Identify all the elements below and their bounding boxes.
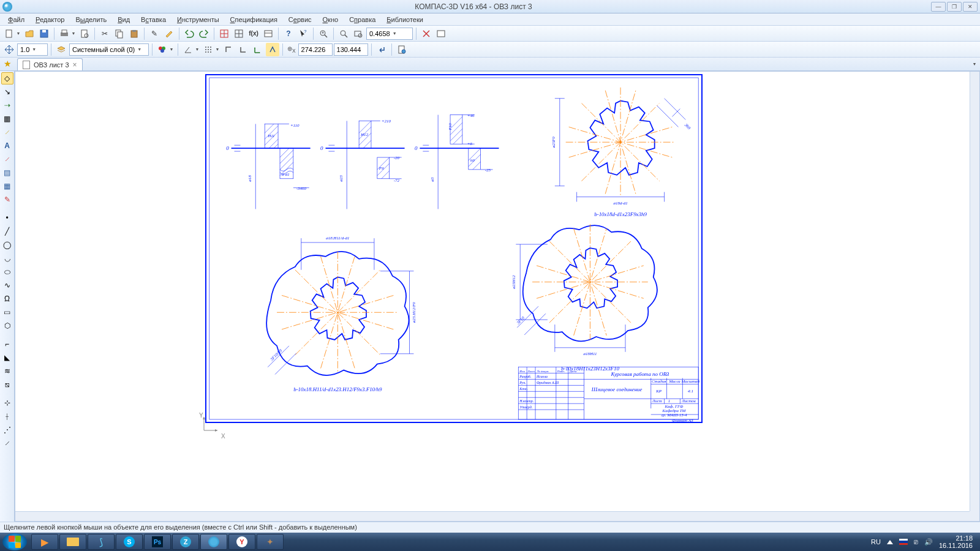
menu-window[interactable]: Окно bbox=[318, 15, 343, 24]
save-button[interactable] bbox=[37, 27, 51, 40]
menu-libs[interactable]: Библиотеки bbox=[382, 15, 428, 24]
scrollbar-horizontal[interactable] bbox=[15, 511, 970, 521]
menu-help[interactable]: Справка bbox=[345, 15, 380, 24]
tab-document[interactable]: ОВЗ лист 3 × bbox=[17, 58, 83, 70]
tool-offset[interactable]: ≋ bbox=[1, 365, 13, 377]
cut-button[interactable]: ✂ bbox=[98, 27, 111, 40]
enter-button[interactable] bbox=[375, 43, 388, 56]
tool-polygon[interactable]: ⬡ bbox=[1, 320, 13, 332]
close-button[interactable]: ✕ bbox=[963, 2, 978, 12]
tray-volume-icon[interactable]: 🔊 bbox=[924, 538, 933, 546]
zoom-fit-button[interactable] bbox=[337, 27, 350, 40]
tool-point[interactable]: ↘ bbox=[1, 86, 13, 98]
tool-aux2[interactable]: ⟊ bbox=[1, 410, 13, 422]
zoom-window-button[interactable] bbox=[352, 27, 365, 40]
tool-bezier[interactable]: Ω bbox=[1, 293, 13, 305]
help-icon[interactable]: ? bbox=[282, 27, 295, 40]
tool-rough[interactable]: ⟋ bbox=[1, 153, 13, 165]
tool-spline[interactable]: ∿ bbox=[1, 279, 13, 291]
task-explorer[interactable] bbox=[59, 534, 86, 550]
layers-window-button[interactable] bbox=[434, 27, 448, 40]
ortho-button[interactable] bbox=[222, 43, 235, 56]
grid-dots-button[interactable] bbox=[202, 43, 215, 56]
style-button[interactable]: ✎ bbox=[148, 27, 161, 40]
scrollbar-vertical[interactable] bbox=[970, 72, 979, 511]
menu-spec[interactable]: Спецификация bbox=[226, 15, 282, 24]
paste-button[interactable] bbox=[127, 27, 141, 40]
menu-view[interactable]: Вид bbox=[113, 15, 134, 24]
coord-x-input[interactable] bbox=[298, 43, 333, 56]
tool-fillet[interactable]: ⌐ bbox=[1, 338, 13, 350]
tool-text[interactable]: A bbox=[1, 140, 13, 152]
tool-aux4[interactable]: ⟋ bbox=[1, 437, 13, 449]
tray-overflow-icon[interactable] bbox=[887, 540, 893, 544]
tool-aux3[interactable]: ⋰ bbox=[1, 424, 13, 436]
task-wmp[interactable]: ▶ bbox=[31, 534, 58, 550]
tool-hatch2[interactable]: ⧅ bbox=[1, 378, 13, 391]
menu-service[interactable]: Сервис bbox=[284, 15, 316, 24]
task-kompas[interactable] bbox=[200, 534, 227, 550]
vars-button[interactable] bbox=[262, 27, 275, 40]
tool-rect[interactable]: ▭ bbox=[1, 306, 13, 318]
tray-lang[interactable]: RU bbox=[871, 538, 881, 545]
grid-button[interactable] bbox=[232, 27, 246, 40]
tool-spec[interactable]: ▦ bbox=[1, 180, 13, 192]
tool-ellipse[interactable]: ⬭ bbox=[1, 266, 13, 278]
print-dropdown[interactable]: ▼ bbox=[70, 27, 77, 40]
tool-aux1[interactable]: ⊹ bbox=[1, 397, 13, 409]
tray-network-icon[interactable]: ⎚ bbox=[914, 538, 918, 545]
tool-arc[interactable]: ◡ bbox=[1, 252, 13, 264]
coord-y-input[interactable] bbox=[334, 43, 368, 56]
ortho2-button[interactable] bbox=[236, 43, 250, 56]
tool-dimension[interactable]: ⟋ bbox=[1, 126, 13, 138]
minimize-button[interactable]: — bbox=[931, 2, 946, 12]
start-button[interactable] bbox=[2, 533, 27, 550]
tool-line[interactable]: ⇢ bbox=[1, 99, 13, 111]
menu-edit[interactable]: Редактор bbox=[31, 15, 69, 24]
tool-edit[interactable]: ✎ bbox=[1, 193, 13, 206]
copy-props-button[interactable] bbox=[162, 27, 176, 40]
angle-button[interactable] bbox=[181, 43, 195, 56]
tool-circle[interactable]: ◯ bbox=[1, 239, 13, 251]
open-button[interactable] bbox=[23, 27, 36, 40]
new-dropdown[interactable]: ▼ bbox=[15, 27, 21, 40]
tool-geometry[interactable]: ◇ bbox=[1, 72, 13, 84]
task-skype[interactable]: S bbox=[116, 534, 143, 550]
grid-red-button[interactable] bbox=[217, 27, 231, 40]
tab-close-icon[interactable]: × bbox=[73, 61, 77, 69]
undo-button[interactable] bbox=[183, 27, 196, 40]
color-dropdown[interactable]: ▼ bbox=[168, 43, 175, 56]
redo-button[interactable] bbox=[197, 27, 211, 40]
fx-button[interactable]: f(x) bbox=[247, 27, 260, 40]
new-button[interactable] bbox=[2, 27, 16, 40]
favorites-icon[interactable]: ★ bbox=[4, 59, 13, 69]
tool-segment[interactable]: ╱ bbox=[1, 225, 13, 238]
color-button[interactable] bbox=[156, 43, 169, 56]
tabs-menu[interactable]: ▼ bbox=[971, 57, 978, 70]
menu-tools[interactable]: Инструменты bbox=[173, 15, 224, 24]
whats-this-button[interactable]: ? bbox=[296, 27, 310, 40]
menu-insert[interactable]: Вставка bbox=[137, 15, 170, 24]
menu-select[interactable]: Выделить bbox=[71, 15, 111, 24]
task-app2[interactable]: Z bbox=[172, 534, 199, 550]
zoom-field[interactable]: 0.4658▼ bbox=[366, 28, 413, 40]
layer-icon[interactable] bbox=[55, 43, 68, 56]
menu-file[interactable]: Файл bbox=[4, 15, 29, 24]
maximize-button[interactable]: ❐ bbox=[947, 2, 962, 12]
local-cs-button[interactable] bbox=[251, 43, 265, 56]
tray-flag-icon[interactable] bbox=[899, 539, 908, 545]
tray-clock[interactable]: 21:18 16.11.2016 bbox=[939, 534, 973, 549]
tool-chamfer[interactable]: ◣ bbox=[1, 351, 13, 364]
lineweight-field[interactable]: 1.0▼ bbox=[17, 43, 48, 56]
param-button[interactable] bbox=[266, 43, 279, 56]
layer-field[interactable]: Системный слой (0)▼ bbox=[69, 43, 149, 56]
copy-button[interactable] bbox=[113, 27, 126, 40]
task-photoshop[interactable]: Ps bbox=[144, 534, 171, 550]
snap-button[interactable] bbox=[2, 43, 16, 56]
task-yandex[interactable]: Y bbox=[228, 534, 255, 550]
tool-dot[interactable]: • bbox=[1, 212, 13, 224]
drawing-canvas[interactable]: 0 H11 +110 d-d1 -3460 ø18 bbox=[15, 71, 980, 522]
tool-table[interactable]: ▤ bbox=[1, 167, 13, 179]
zoom-in-button[interactable]: + bbox=[317, 27, 330, 40]
task-app3[interactable]: ✦ bbox=[257, 534, 284, 550]
